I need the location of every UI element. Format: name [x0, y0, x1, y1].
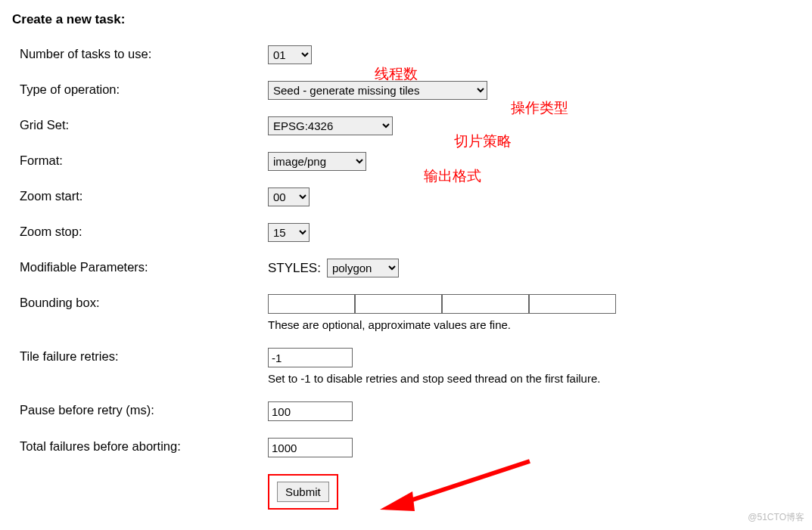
- styles-label: STYLES:: [268, 261, 321, 276]
- bbox-help-text: These are optional, approximate values a…: [268, 318, 511, 331]
- bbox-maxx-input[interactable]: [442, 294, 529, 314]
- annotation-tile-strategy: 切片策略: [454, 132, 512, 151]
- annotation-threads: 线程数: [375, 64, 418, 84]
- format-label: Format:: [20, 152, 268, 168]
- gridset-select[interactable]: EPSG:4326: [268, 116, 393, 135]
- pause-label: Pause before retry (ms):: [20, 401, 268, 417]
- page-title: Create a new task:: [12, 12, 800, 27]
- submit-button[interactable]: Submit: [277, 482, 329, 502]
- zoom-stop-label: Zoom stop:: [20, 223, 268, 239]
- svg-line-0: [401, 461, 530, 504]
- styles-select[interactable]: polygon: [327, 259, 399, 277]
- arrow-icon: [371, 454, 552, 522]
- bbox-maxy-input[interactable]: [529, 294, 616, 314]
- num-tasks-select[interactable]: 01: [268, 45, 312, 64]
- svg-marker-1: [380, 491, 415, 511]
- bbox-label: Bounding box:: [20, 294, 268, 310]
- pause-input[interactable]: [268, 401, 353, 421]
- format-select[interactable]: image/png: [268, 152, 366, 171]
- retries-input[interactable]: [268, 348, 353, 367]
- annotation-op-type: 操作类型: [511, 98, 568, 118]
- bbox-minx-input[interactable]: [268, 294, 355, 314]
- annotation-out-format: 输出格式: [424, 166, 481, 186]
- num-tasks-label: Number of tasks to use:: [20, 45, 268, 61]
- watermark: @51CTO博客: [748, 511, 804, 524]
- zoom-start-select[interactable]: 00: [268, 188, 310, 206]
- abort-input[interactable]: [268, 438, 353, 457]
- zoom-stop-select[interactable]: 15: [268, 223, 310, 242]
- retries-label: Tile failure retries:: [20, 348, 268, 364]
- zoom-start-label: Zoom start:: [20, 188, 268, 203]
- submit-highlight-box: Submit: [268, 474, 338, 510]
- gridset-label: Grid Set:: [20, 116, 268, 132]
- operation-label: Type of operation:: [20, 81, 268, 97]
- bbox-miny-input[interactable]: [355, 294, 442, 314]
- retries-help-text: Set to -1 to disable retries and stop se…: [268, 372, 600, 385]
- abort-label: Total failures before aborting:: [20, 438, 268, 454]
- mod-params-label: Modifiable Parameters:: [20, 259, 268, 274]
